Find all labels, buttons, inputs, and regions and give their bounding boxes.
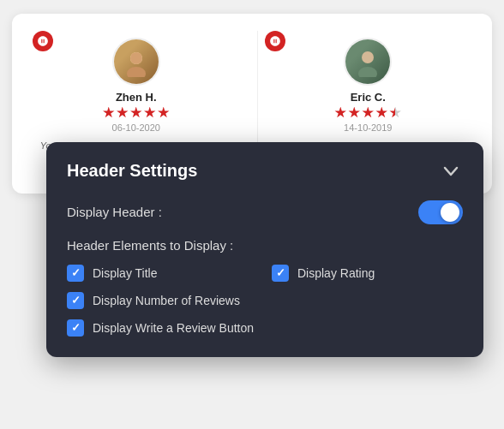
checkbox-row-num-reviews: ✓ Display Number of Reviews (67, 292, 463, 309)
toggle-thumb (441, 203, 459, 222)
review-date-2: 14-10-2019 (344, 122, 392, 133)
star (144, 107, 156, 119)
main-scene: Zhen H. 06-10-2020 You have to swing by … (12, 14, 492, 416)
svg-point-4 (358, 67, 377, 77)
check-icon: ✓ (71, 295, 81, 306)
display-header-label: Display Header : (67, 205, 162, 219)
star (348, 107, 360, 119)
display-header-row: Display Header : (67, 200, 463, 224)
avatar-2 (344, 38, 392, 86)
star-half (389, 107, 401, 119)
avatar-1 (112, 38, 160, 86)
checkbox-display-rating[interactable]: ✓ (272, 265, 289, 282)
check-icon: ✓ (71, 267, 81, 278)
panel-title: Header Settings (67, 161, 197, 181)
checkbox-row-display-title: ✓ Display Title (67, 265, 258, 282)
check-icon: ✓ (276, 267, 285, 278)
star (375, 107, 387, 119)
checkbox-write-review[interactable]: ✓ (67, 319, 84, 337)
checkbox-label-write-review: Display Write a Review Button (93, 321, 254, 335)
checkbox-num-reviews[interactable]: ✓ (67, 292, 84, 309)
star (334, 107, 346, 119)
chevron-down-icon[interactable] (439, 159, 463, 183)
star (117, 107, 129, 119)
svg-point-2 (130, 52, 142, 64)
checkbox-row-display-rating: ✓ Display Rating (272, 265, 463, 282)
display-header-toggle[interactable] (418, 200, 463, 224)
review-date-1: 06-10-2020 (112, 122, 160, 133)
checkboxes-grid: ✓ Display Title ✓ Display Rating ✓ Displ… (67, 265, 463, 337)
star (158, 107, 170, 119)
toggle-track (418, 200, 463, 224)
checkbox-row-write-review: ✓ Display Write a Review Button (67, 319, 463, 337)
stars-1 (103, 107, 170, 119)
checkbox-display-title[interactable]: ✓ (67, 265, 84, 282)
yelp-icon-2 (265, 31, 285, 51)
elements-section-label: Header Elements to Display : (67, 238, 463, 253)
star (130, 107, 142, 119)
star (362, 107, 374, 119)
stars-2 (334, 107, 401, 119)
svg-point-1 (127, 67, 146, 77)
check-icon: ✓ (71, 322, 81, 333)
settings-panel: Header Settings Display Header : Header … (46, 142, 483, 357)
panel-header: Header Settings (67, 159, 463, 183)
svg-point-3 (362, 51, 374, 63)
checkbox-label-num-reviews: Display Number of Reviews (93, 294, 240, 307)
reviewer-name-2: Eric C. (351, 91, 386, 104)
reviewer-name-1: Zhen H. (116, 91, 157, 104)
star (103, 107, 115, 119)
checkbox-label-display-rating: Display Rating (297, 266, 375, 280)
checkbox-label-display-title: Display Title (93, 266, 157, 280)
yelp-icon-1 (33, 31, 53, 51)
